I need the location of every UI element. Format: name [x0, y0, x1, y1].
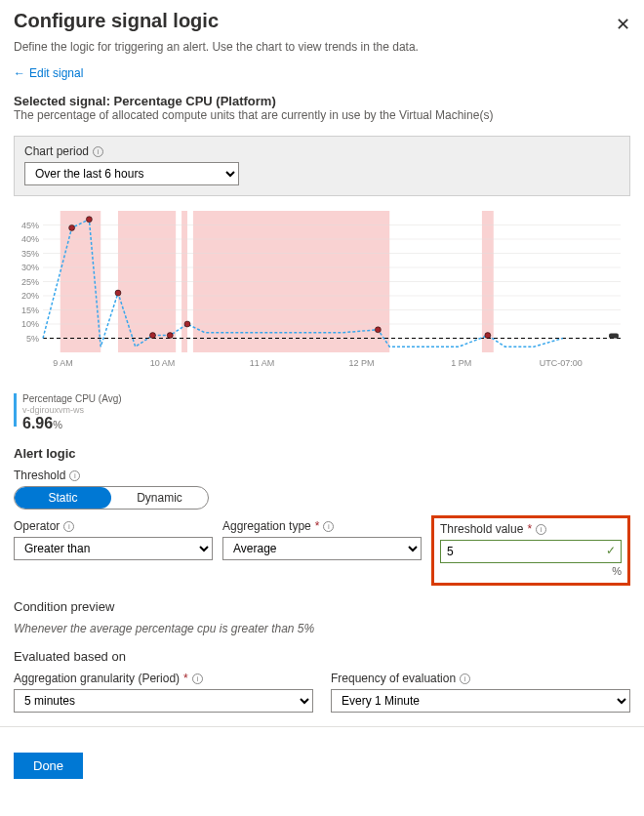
required-asterisk: *	[183, 672, 188, 685]
svg-point-30	[69, 224, 75, 230]
chart-period-select[interactable]: Over the last 6 hours	[24, 162, 239, 185]
svg-text:40%: 40%	[21, 234, 39, 244]
legend-color-bar	[14, 393, 17, 427]
checkmark-icon: ✓	[606, 544, 616, 557]
aggregation-type-select[interactable]: Average	[222, 537, 422, 560]
legend-metric: Percentage CPU (Avg)	[22, 393, 122, 405]
chart-legend: Percentage CPU (Avg) v-dgirouxvm-ws 6.96…	[14, 393, 630, 432]
info-icon[interactable]: i	[323, 521, 334, 532]
threshold-toggle-dynamic[interactable]: Dynamic	[111, 487, 208, 509]
svg-text:30%: 30%	[21, 263, 39, 272]
done-button[interactable]: Done	[14, 753, 83, 779]
frequency-label: Frequency of evaluation	[331, 672, 456, 685]
aggregation-type-label: Aggregation type	[222, 519, 311, 533]
divider	[0, 726, 644, 727]
threshold-value-highlight: Threshold value * i ✓ %	[431, 515, 630, 586]
condition-preview-text: Whenever the average percentage cpu is g…	[14, 622, 630, 635]
svg-text:25%: 25%	[21, 277, 39, 287]
threshold-toggle-static[interactable]: Static	[15, 487, 111, 509]
frequency-select[interactable]: Every 1 Minute	[331, 689, 630, 713]
selected-signal-description: The percentage of allocated compute unit…	[14, 108, 630, 122]
svg-point-35	[184, 321, 190, 327]
svg-point-33	[149, 333, 155, 339]
arrow-left-icon: ←	[14, 66, 25, 80]
edit-signal-label: Edit signal	[29, 66, 83, 80]
info-icon[interactable]: i	[192, 673, 203, 684]
svg-text:12 PM: 12 PM	[349, 358, 375, 368]
svg-point-34	[167, 333, 173, 339]
edit-signal-link[interactable]: ← Edit signal	[14, 66, 83, 80]
svg-text:45%: 45%	[21, 221, 39, 230]
svg-text:5%: 5%	[26, 334, 39, 344]
info-icon[interactable]: i	[93, 146, 103, 157]
legend-unit: %	[53, 419, 62, 430]
legend-resource: v-dgirouxvm-ws	[22, 405, 122, 415]
svg-text:UTC-07:00: UTC-07:00	[540, 358, 583, 368]
required-asterisk: *	[315, 519, 320, 533]
svg-point-32	[115, 290, 121, 296]
svg-text:9 AM: 9 AM	[53, 358, 73, 368]
selected-signal-name: Percentage CPU (Platform)	[114, 94, 276, 108]
svg-text:10%: 10%	[21, 319, 39, 329]
svg-point-31	[86, 217, 92, 223]
operator-label: Operator	[14, 519, 60, 533]
info-icon[interactable]: i	[63, 521, 74, 532]
required-asterisk: *	[527, 522, 532, 536]
svg-text:20%: 20%	[21, 291, 39, 301]
threshold-label: Threshold	[14, 469, 65, 482]
chart-period-label: Chart period	[24, 144, 89, 158]
aggregation-granularity-select[interactable]: 5 minutes	[14, 689, 313, 713]
threshold-toggle[interactable]: Static Dynamic	[14, 486, 209, 510]
threshold-value-unit: %	[440, 565, 622, 577]
threshold-value-label: Threshold value	[440, 522, 523, 536]
legend-value: 6.96	[22, 415, 53, 431]
svg-point-37	[485, 333, 491, 339]
page-title: Configure signal logic	[14, 10, 219, 32]
info-icon[interactable]: i	[460, 673, 470, 684]
signal-chart: 5%10%15%20%25%30%35%40%45%9 AM10 AM11 AM…	[14, 206, 630, 391]
svg-text:15%: 15%	[21, 306, 39, 315]
svg-text:35%: 35%	[21, 249, 39, 259]
svg-text:10 AM: 10 AM	[150, 358, 176, 368]
operator-select[interactable]: Greater than	[14, 537, 213, 560]
selected-signal-label-prefix: Selected signal:	[14, 94, 114, 108]
info-icon[interactable]: i	[536, 524, 546, 535]
close-icon[interactable]: ✕	[616, 16, 630, 33]
info-icon[interactable]: i	[69, 470, 80, 481]
svg-text:11 AM: 11 AM	[250, 358, 275, 368]
svg-point-36	[375, 327, 381, 333]
evaluated-heading: Evaluated based on	[14, 649, 630, 664]
svg-rect-38	[609, 334, 619, 339]
threshold-value-input[interactable]	[440, 540, 622, 563]
aggregation-granularity-label: Aggregation granularity (Period)	[14, 672, 180, 685]
svg-text:1 PM: 1 PM	[451, 358, 471, 368]
page-subtitle: Define the logic for triggering an alert…	[14, 40, 630, 54]
alert-logic-heading: Alert logic	[14, 446, 630, 461]
chart-period-panel: Chart period i Over the last 6 hours	[14, 136, 630, 196]
condition-preview-heading: Condition preview	[14, 599, 630, 614]
